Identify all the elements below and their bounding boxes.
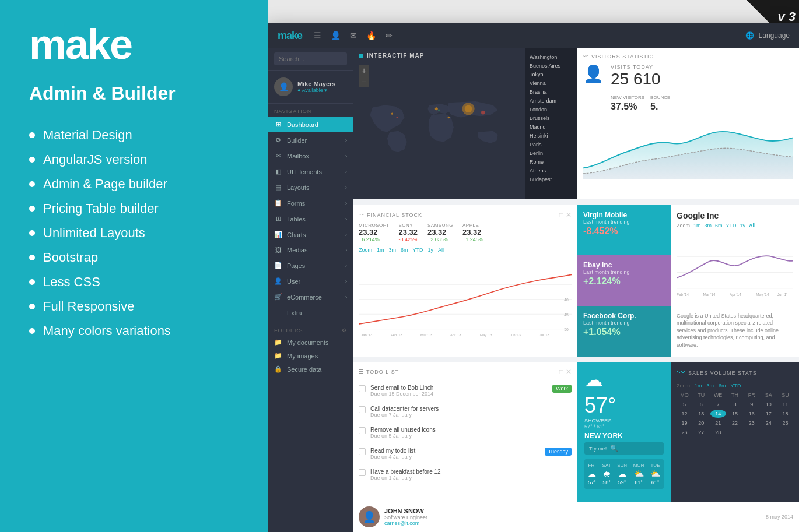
sidebar-item-pages[interactable]: 📄 Pages ›: [268, 258, 353, 273]
cal-day-23[interactable]: 23: [744, 419, 759, 427]
cal-day-24[interactable]: 24: [761, 419, 776, 427]
todo-check-4[interactable]: [359, 448, 366, 455]
cal-day-28[interactable]: 28: [710, 428, 726, 436]
profile-row: 👤 JOHN SNOW Software Engineer carnes@it.…: [353, 502, 799, 532]
user-icon[interactable]: 👤: [331, 31, 341, 40]
google-zoom-1y[interactable]: 1y: [740, 223, 746, 228]
user-avatar: 👤: [274, 77, 293, 96]
cal-day-27[interactable]: 27: [693, 428, 709, 436]
google-title: Google Inc: [677, 211, 793, 220]
cal-day-25[interactable]: 25: [777, 419, 793, 427]
folder-secure[interactable]: 🔒 Secure data: [268, 362, 353, 376]
cal-day-16[interactable]: 16: [744, 410, 759, 418]
todo-expand[interactable]: □: [559, 368, 563, 376]
cal-zoom-3m[interactable]: 3m: [707, 383, 714, 389]
cal-day-18[interactable]: 18: [777, 410, 793, 418]
folder-images[interactable]: 📁 My images: [268, 349, 353, 362]
zoom-ytd[interactable]: YTD: [413, 247, 423, 253]
email-icon[interactable]: ✉: [350, 31, 357, 40]
todo-close[interactable]: ✕: [566, 368, 572, 376]
medias-label: Medias: [287, 246, 307, 253]
cal-day-15[interactable]: 15: [727, 410, 743, 418]
sidebar-item-tables[interactable]: ⊞ Tables ›: [268, 211, 353, 227]
close-icon[interactable]: ✕: [566, 211, 572, 219]
profile-name: JOHN SNOW: [384, 508, 761, 515]
edit-icon[interactable]: ✏: [386, 31, 393, 40]
todo-check-5[interactable]: [359, 469, 366, 476]
zoom-label: Zoom: [359, 247, 372, 253]
arrow-icon: ›: [345, 185, 347, 191]
expand-icon[interactable]: □: [559, 211, 563, 219]
cal-day-10[interactable]: 10: [761, 400, 776, 408]
search-input[interactable]: [274, 52, 347, 65]
cal-header-fr: FR: [744, 391, 759, 399]
city-london: London: [530, 106, 573, 113]
todo-badge-1: Work: [552, 385, 572, 393]
sidebar-item-extra[interactable]: ⋯ Extra: [268, 305, 353, 320]
google-zoom-1m[interactable]: 1m: [693, 223, 701, 228]
cal-day-6[interactable]: 6: [693, 400, 709, 408]
sidebar-item-ui[interactable]: ◧ UI Elements ›: [268, 164, 353, 179]
language-label[interactable]: Language: [759, 31, 790, 40]
feature-item: Admin & Page builder: [29, 177, 239, 192]
sidebar-item-ecommerce[interactable]: 🛒 eCommerce ›: [268, 289, 353, 305]
cal-header-th: TH: [727, 391, 743, 399]
arrow-icon: ›: [345, 200, 347, 206]
cal-day-9[interactable]: 9: [744, 400, 759, 408]
zoom-1y[interactable]: 1y: [428, 247, 434, 253]
cal-day-20[interactable]: 20: [693, 419, 709, 427]
sidebar-item-user[interactable]: 👤 User ›: [268, 273, 353, 289]
google-zoom-3m[interactable]: 3m: [705, 223, 712, 228]
cal-day-22[interactable]: 22: [727, 419, 743, 427]
cal-day-13[interactable]: 13: [693, 410, 709, 418]
city-vienna: Vienna: [530, 80, 573, 87]
forms-label: Forms: [287, 200, 305, 207]
cal-day-17[interactable]: 17: [761, 410, 776, 418]
google-zoom-6m[interactable]: 6m: [715, 223, 723, 228]
cal-day-14[interactable]: 14: [710, 410, 726, 418]
cal-day-8[interactable]: 8: [727, 400, 743, 408]
forecast-sun: SUN ☁ 59°: [617, 463, 627, 485]
cal-day-21[interactable]: 21: [710, 419, 726, 427]
sidebar-item-layouts[interactable]: ▤ Layouts ›: [268, 179, 353, 195]
sidebar-item-mailbox[interactable]: ✉ Mailbox ›: [268, 148, 353, 164]
layouts-icon: ▤: [274, 184, 282, 191]
cal-day-12[interactable]: 12: [677, 410, 692, 418]
weather-search-icon[interactable]: 🔍: [610, 445, 618, 452]
sidebar-item-medias[interactable]: 🖼 Medias ›: [268, 242, 353, 258]
sidebar-item-dashboard[interactable]: ⊞ Dashboard: [268, 117, 353, 132]
folder-documents[interactable]: 📁 My documents: [268, 336, 353, 349]
menu-icon[interactable]: ☰: [314, 31, 321, 40]
todo-badge-4: Tuesday: [545, 448, 572, 456]
svg-point-8: [397, 117, 398, 118]
sidebar-item-charts[interactable]: 📊 Charts ›: [268, 227, 353, 242]
todo-check-2[interactable]: [359, 406, 366, 413]
svg-point-6: [448, 117, 450, 118]
cal-day-7[interactable]: 7: [710, 400, 726, 408]
cal-zoom-1m[interactable]: 1m: [695, 383, 702, 389]
zoom-6m[interactable]: 6m: [401, 247, 408, 253]
zoom-3m[interactable]: 3m: [389, 247, 397, 253]
todo-check-1[interactable]: [359, 385, 366, 392]
cal-day-26[interactable]: 26: [677, 428, 692, 436]
cal-day-11[interactable]: 11: [777, 400, 793, 408]
arrow-icon: ›: [345, 232, 347, 238]
sidebar: 👤 Mike Mayers ● Available ▾ NAVIGATION ⊞…: [268, 48, 353, 532]
google-zoom-ytd[interactable]: YTD: [726, 223, 737, 228]
todo-widget: ☰ TODO LIST □ ✕ Send email to Bob L: [353, 362, 577, 502]
fire-icon[interactable]: 🔥: [366, 31, 376, 40]
dashboard-grid: INTERACTIF MAP + −: [353, 48, 799, 502]
cal-zoom-ytd[interactable]: YTD: [731, 383, 741, 389]
google-zoom-all[interactable]: All: [749, 223, 756, 228]
zoom-all[interactable]: All: [438, 247, 444, 253]
cal-day-5[interactable]: 5: [677, 400, 692, 408]
folder-settings-icon[interactable]: ⚙: [342, 327, 347, 333]
cal-day-19[interactable]: 19: [677, 419, 692, 427]
sidebar-item-builder[interactable]: ⚙ Builder ›: [268, 132, 353, 148]
zoom-1m[interactable]: 1m: [377, 247, 384, 253]
cal-zoom-6m[interactable]: 6m: [719, 383, 726, 389]
sidebar-item-forms[interactable]: 📋 Forms ›: [268, 195, 353, 211]
brand-title: make: [29, 23, 239, 65]
todo-check-3[interactable]: [359, 427, 366, 434]
visits-number: 25 610: [611, 70, 670, 89]
